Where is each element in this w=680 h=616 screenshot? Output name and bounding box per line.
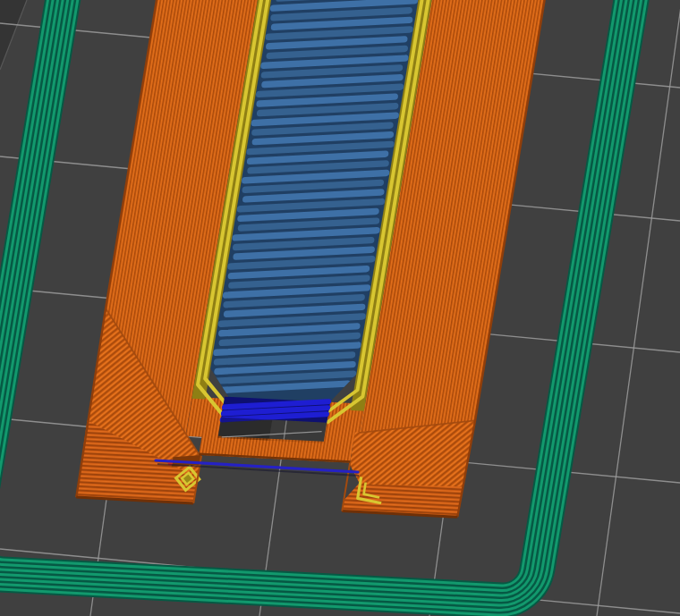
gcode-preview-scene — [0, 0, 680, 616]
slicer-3d-viewport[interactable] — [0, 0, 680, 616]
